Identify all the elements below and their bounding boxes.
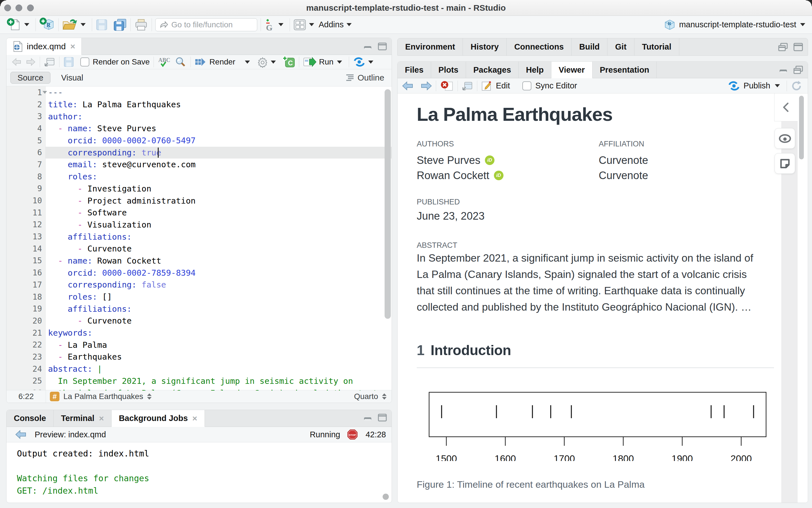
sync-editor-checkbox[interactable] [522,81,531,90]
fold-column [42,183,46,195]
console-tab-close-icon[interactable]: × [99,414,104,423]
run-caret-icon[interactable] [337,60,342,64]
workspace-panes-button[interactable] [293,19,317,31]
editor-scrollbar[interactable] [384,89,391,319]
console-tab[interactable]: Background Jobs × [112,410,205,427]
toolbar-separator [290,18,290,31]
cursor-position-label: 6:22 [6,392,46,401]
code-text: - Investigation [48,184,152,194]
viewer-tab[interactable]: Files [398,62,431,78]
viewer-forward-icon[interactable] [420,81,432,91]
viewer-tab[interactable]: Viewer [552,62,593,78]
code-text: - Curvenote [48,316,132,326]
open-file-button[interactable] [62,18,88,31]
back-icon[interactable] [11,57,22,67]
viewer-tab[interactable]: Help [519,62,552,78]
version-control-icon: G [264,18,276,32]
fold-column [42,207,46,219]
source-sync-caret-icon[interactable] [368,60,373,64]
viewer-edit-label[interactable]: Edit [496,81,510,90]
viewer-tab-label: Files [405,65,423,75]
viewer-tab[interactable]: Packages [466,62,519,78]
new-file-button[interactable] [7,18,32,32]
viewer-stop-icon[interactable] [440,80,454,91]
environment-strip-tab[interactable]: Git [607,38,634,55]
console-tab[interactable]: Console [6,410,53,427]
console-tab-close-icon[interactable]: × [193,414,198,423]
find-replace-icon[interactable] [175,56,187,68]
toggle-visibility-button[interactable] [775,128,795,149]
console-output[interactable]: Output created: index.html Watching file… [6,442,392,497]
console-pane: Console Terminal × Background Jobs × [6,410,392,503]
statusbar-section-label[interactable]: La Palma Earthquakes [64,392,143,401]
environment-strip-tab[interactable]: Environment [398,38,463,55]
addins-button[interactable]: Addins [317,20,355,29]
new-annotation-button[interactable] [775,153,795,174]
render-settings-gear-icon[interactable] [257,56,269,68]
editor-tab-close-icon[interactable]: × [70,42,75,51]
console-maximize-icon[interactable] [377,413,387,422]
environment-pane-tabstrip: Environment History Connections Build Gi… [397,38,808,56]
editor-mode-selector[interactable]: Quarto [354,392,387,401]
eye-icon [778,134,791,143]
orcid-icon[interactable]: iD [494,171,503,180]
env-restore-panes-icon[interactable] [778,43,788,51]
annotation-collapse-button[interactable] [774,93,798,121]
gear-caret-icon[interactable] [271,60,276,64]
print-button[interactable] [134,18,148,31]
goto-file-input[interactable]: Go to file/function [155,18,257,31]
save-file-icon[interactable] [64,56,74,67]
viewer-back-icon[interactable] [402,81,414,91]
insert-chunk-icon[interactable]: C [282,56,295,68]
forward-icon[interactable] [25,57,36,67]
editor-tab-label: index.qmd [27,42,66,51]
outline-button[interactable]: Outline [346,73,384,83]
run-label[interactable]: Run [319,57,333,67]
visual-mode-button[interactable]: Visual [54,72,90,84]
viewer-refresh-icon[interactable] [791,80,802,91]
viewer-tab[interactable]: Presentation [593,62,657,78]
environment-strip-tab[interactable]: History [463,38,506,55]
new-project-button[interactable]: R [39,17,55,32]
editor-minimize-icon[interactable] [363,42,372,51]
render-caret-icon[interactable] [245,60,250,64]
popout-window-icon[interactable] [44,57,55,67]
published-date: June 23, 2023 [417,210,780,222]
render-icon[interactable] [195,57,206,67]
viewer-minimize-icon[interactable] [778,66,788,74]
viewer-restore-panes-icon[interactable] [793,65,803,74]
publish-caret-icon[interactable] [775,84,780,87]
section-selector-arrows-icon[interactable] [147,393,152,399]
render-label[interactable]: Render [209,57,235,67]
env-maximize-icon[interactable] [793,43,803,51]
console-scrollbar[interactable] [382,494,389,500]
console-back-icon[interactable] [15,429,27,440]
run-icon[interactable] [303,57,317,67]
source-sync-icon[interactable] [353,56,365,68]
environment-strip-tab[interactable]: Tutorial [635,38,679,55]
render-on-save-checkbox[interactable] [80,57,89,67]
console-tab[interactable]: Terminal × [53,410,111,427]
orcid-icon[interactable]: iD [485,156,494,165]
code-editor-area[interactable]: 1 --- 2 title: La Palma Earthquakes 3 a [6,86,392,390]
spellcheck-icon[interactable]: ABC [158,56,170,68]
toolbar-separator [260,18,261,31]
publish-label[interactable]: Publish [743,81,770,90]
save-button[interactable] [95,18,108,31]
editor-maximize-icon[interactable] [377,42,387,51]
source-mode-button[interactable]: Source [10,72,50,84]
viewer-scrollbar[interactable] [799,96,804,159]
viewer-popout-icon[interactable] [462,81,473,91]
version-control-button[interactable]: G [264,18,286,32]
viewer-edit-icon[interactable] [481,80,492,91]
save-all-button[interactable] [112,18,127,32]
console-minimize-icon[interactable] [363,413,372,422]
stop-job-icon[interactable]: STOP [347,429,358,440]
publish-icon[interactable] [728,80,740,91]
environment-strip-tab[interactable]: Connections [506,38,572,55]
project-menu-button[interactable]: R manuscript-template-rstudio-test [664,19,808,31]
fold-column [42,327,46,339]
viewer-tab[interactable]: Plots [431,62,466,78]
environment-strip-tab[interactable]: Build [572,38,608,55]
editor-tab-index-qmd[interactable]: index.qmd × [6,38,82,55]
